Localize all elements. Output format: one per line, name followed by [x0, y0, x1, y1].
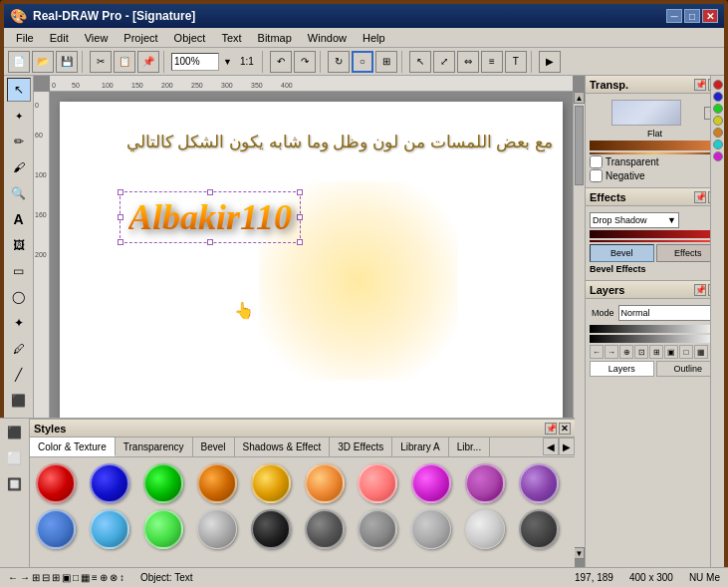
swatch-darkgray[interactable]	[305, 509, 345, 549]
swatch-charcoal[interactable]	[519, 509, 559, 549]
layers-mode-dropdown[interactable]: Normal ▼	[618, 305, 720, 321]
line-tool[interactable]: ╱	[7, 363, 31, 387]
handle-bm[interactable]	[207, 239, 213, 245]
zoom-tool[interactable]: 🔍	[7, 181, 31, 205]
swatch-gray[interactable]	[411, 509, 451, 549]
effects-pin-btn[interactable]: 📌	[694, 191, 706, 203]
pen-tool[interactable]: 🖊	[7, 337, 31, 361]
handle-br[interactable]	[297, 239, 303, 245]
pencil-tool[interactable]: ✏	[7, 130, 31, 153]
scrollbar-down-arrow[interactable]: ▼	[574, 547, 585, 559]
zoom-input[interactable]	[171, 53, 219, 71]
rectangle-tool[interactable]: ▭	[7, 259, 31, 283]
bottom-tool-1[interactable]: ⬛	[3, 421, 27, 444]
layer-icon-8[interactable]: ▦	[694, 345, 708, 359]
swatch-darkorange[interactable]	[197, 463, 237, 503]
status-icon-6[interactable]: ▣	[62, 572, 71, 583]
styles-scroll-right[interactable]: ▶	[559, 438, 575, 455]
tab-bevel[interactable]: Bevel	[193, 438, 235, 456]
swatch-darkblue[interactable]	[90, 463, 129, 503]
swatch-medgray[interactable]	[358, 509, 397, 549]
scrollbar-thumb-v[interactable]	[575, 106, 584, 185]
swatch-lightblue[interactable]	[90, 509, 129, 549]
status-icon-12[interactable]: ↕	[120, 572, 124, 583]
tab-library-a[interactable]: Library A	[392, 438, 448, 456]
effects-slider-bar[interactable]	[590, 230, 720, 238]
swatch-green[interactable]	[143, 463, 183, 503]
handle-tl[interactable]	[118, 189, 123, 195]
pointer-tool[interactable]: ↖	[409, 51, 431, 73]
ellipse-tool[interactable]: ◯	[7, 285, 31, 309]
cut-button[interactable]: ✂	[90, 51, 112, 73]
menu-file[interactable]: File	[8, 30, 42, 46]
copy-button[interactable]: 📋	[114, 51, 135, 73]
swatch-lime[interactable]	[143, 509, 183, 549]
color-yellow[interactable]	[713, 116, 723, 126]
handle-mr[interactable]	[297, 214, 303, 220]
layer-icon-4[interactable]: ⊡	[634, 345, 648, 359]
status-undo[interactable]: ←	[8, 572, 18, 583]
negative-checkbox[interactable]	[590, 169, 603, 182]
tab-transparency[interactable]: Transparency	[116, 438, 193, 456]
bottom-tool-2[interactable]: ⬜	[3, 446, 27, 470]
swatch-black[interactable]	[251, 509, 291, 549]
bottom-tool-3[interactable]: 🔲	[3, 472, 27, 496]
swatch-purple[interactable]	[465, 463, 505, 503]
transparent-checkbox[interactable]	[590, 155, 603, 168]
close-button[interactable]: ✕	[702, 9, 718, 23]
color-green[interactable]	[713, 104, 723, 114]
styles-pin-btn[interactable]: 📌	[545, 423, 557, 435]
layers-tab[interactable]: Layers	[590, 361, 654, 377]
text-object-container[interactable]: Albakir110	[120, 191, 301, 243]
swatch-silver[interactable]	[465, 509, 505, 549]
grid-button[interactable]: ⊞	[375, 51, 397, 73]
select-tool[interactable]: ↖	[7, 78, 31, 102]
menu-project[interactable]: Project	[116, 30, 165, 46]
paste-button[interactable]: 📌	[137, 51, 159, 73]
layer-icon-6[interactable]: ▣	[664, 345, 678, 359]
layer-icon-5[interactable]: ⊞	[649, 345, 663, 359]
menu-view[interactable]: View	[77, 30, 117, 46]
color-blue[interactable]	[713, 92, 723, 102]
swatch-violet[interactable]	[519, 463, 559, 503]
bevel-button[interactable]: Bevel	[590, 244, 654, 262]
layers-opacity-bar[interactable]	[590, 325, 720, 333]
zoom-dropdown-arrow[interactable]: ▼	[223, 57, 232, 67]
circle-tool[interactable]: ○	[352, 51, 373, 73]
status-icon-8[interactable]: ▦	[81, 572, 90, 583]
status-icon-9[interactable]: ≡	[92, 572, 98, 583]
new-button[interactable]: 📄	[8, 51, 30, 73]
mirror-button[interactable]: ⇔	[457, 51, 479, 73]
color-cyan[interactable]	[713, 140, 723, 149]
brush-tool[interactable]: 🖌	[7, 155, 31, 179]
status-icon-5[interactable]: ⊞	[52, 572, 60, 583]
image-tool[interactable]: 🖼	[7, 233, 31, 257]
swatch-blue[interactable]	[36, 509, 76, 549]
maximize-button[interactable]: □	[684, 9, 700, 23]
layer-icon-1[interactable]: ←	[590, 345, 604, 359]
handle-tr[interactable]	[297, 189, 303, 195]
swatch-gold[interactable]	[251, 463, 291, 503]
undo-button[interactable]: ↶	[270, 51, 292, 73]
menu-text[interactable]: Text	[213, 30, 249, 46]
node-tool[interactable]: ✦	[7, 104, 31, 128]
menu-edit[interactable]: Edit	[42, 30, 77, 46]
scale-button[interactable]: ⤢	[433, 51, 455, 73]
tab-color-texture[interactable]: Color & Texture	[30, 438, 116, 456]
color-orange[interactable]	[713, 128, 723, 138]
handle-tm[interactable]	[207, 189, 213, 195]
layer-icon-2[interactable]: →	[605, 345, 618, 359]
align-button[interactable]: ≡	[481, 51, 503, 73]
status-redo[interactable]: →	[20, 572, 30, 583]
text-tool-left[interactable]: A	[7, 207, 31, 231]
color-red[interactable]	[713, 80, 723, 90]
layer-icon-3[interactable]: ⊕	[619, 345, 633, 359]
open-button[interactable]: 📂	[32, 51, 54, 73]
status-icon-11[interactable]: ⊗	[110, 572, 118, 583]
swatch-red[interactable]	[36, 463, 76, 503]
handle-bl[interactable]	[118, 239, 123, 245]
fill-tool[interactable]: ⬛	[7, 389, 31, 413]
layer-icon-7[interactable]: □	[679, 345, 693, 359]
transp-gradient-bar[interactable]	[590, 141, 720, 150]
layers-pin-btn[interactable]: 📌	[694, 284, 706, 296]
